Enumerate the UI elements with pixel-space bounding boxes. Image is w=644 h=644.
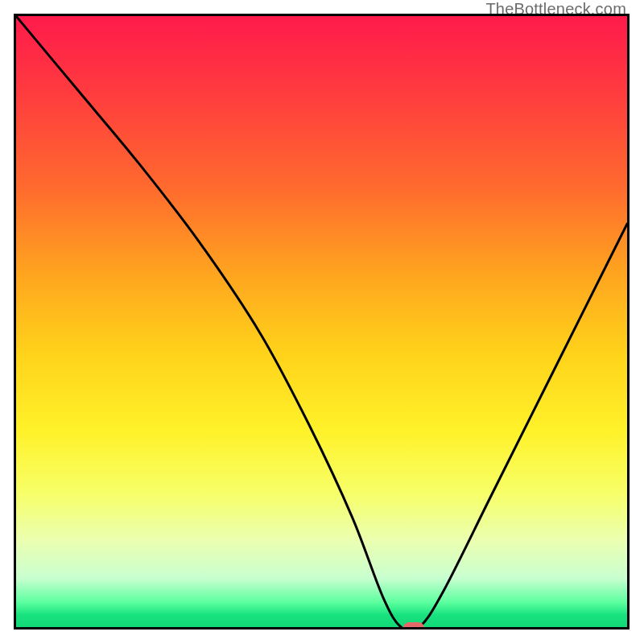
chart-frame <box>14 14 630 630</box>
chart-curve-svg <box>16 16 627 627</box>
bottleneck-curve-path <box>16 16 627 627</box>
bottleneck-minimum-marker <box>403 622 424 630</box>
